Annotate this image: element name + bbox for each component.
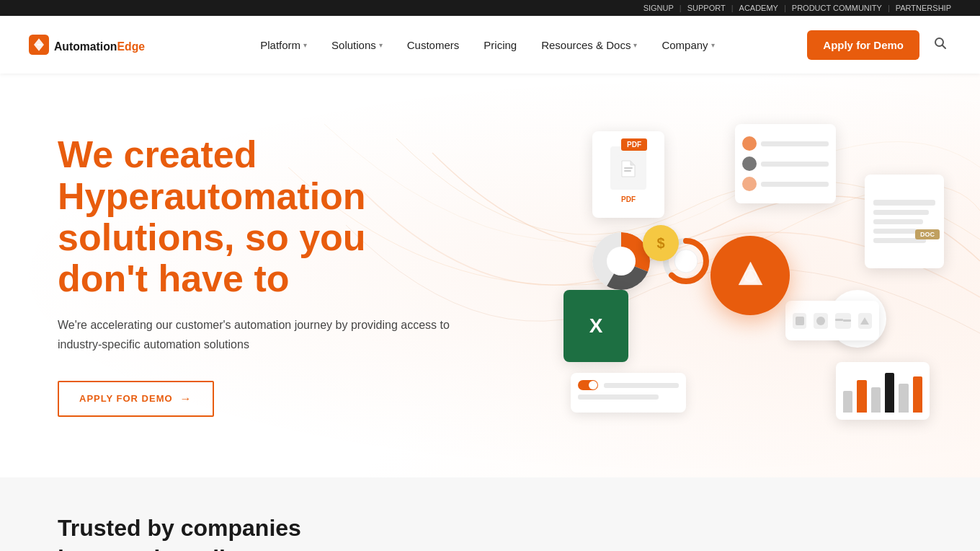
toggle-line-2 (578, 394, 659, 400)
bar-chart-card (836, 362, 930, 420)
search-icon (934, 37, 947, 50)
user-list-card (735, 124, 836, 203)
user-line-3 (761, 182, 829, 187)
user-row-3 (742, 177, 829, 191)
hero-title: We created Hyperautomation solutions, so… (58, 134, 549, 299)
toggle-line-1 (604, 383, 679, 388)
trusted-title: Trusted by companies large and small (58, 513, 922, 551)
user-avatar-3 (742, 177, 757, 191)
grid-icons-card (785, 301, 879, 340)
doc-card: DOC (865, 175, 944, 268)
user-line-2 (761, 162, 829, 167)
grid-icon-1 (793, 313, 806, 329)
search-button[interactable] (930, 32, 951, 58)
doc-line-2 (873, 210, 929, 215)
sep4: | (888, 4, 890, 12)
excel-card: X (564, 290, 628, 362)
nav-link-customers[interactable]: Customers (397, 33, 470, 57)
nav-item-customers[interactable]: Customers (397, 33, 470, 57)
pdf-icon (610, 146, 646, 190)
nav-link-pricing[interactable]: Pricing (473, 33, 527, 57)
grid-icon-2 (814, 313, 827, 329)
pdf-badge: PDF (621, 138, 647, 151)
bar-6 (913, 376, 922, 413)
pie-chart-card (592, 232, 650, 290)
nav-item-company[interactable]: Company ▾ (651, 33, 724, 57)
utility-product-community[interactable]: PRODUCT COMMUNITY (792, 4, 882, 12)
bar-2 (857, 380, 866, 413)
grid-icon-3 (835, 313, 851, 329)
toggle-card (571, 373, 686, 413)
sep1: | (680, 4, 682, 12)
nav-item-solutions[interactable]: Solutions ▾ (321, 33, 393, 57)
svg-line-4 (942, 45, 945, 48)
chevron-down-icon: ▾ (379, 41, 383, 49)
nav-item-pricing[interactable]: Pricing (473, 33, 527, 57)
utility-bar: SIGNUP | SUPPORT | ACADEMY | PRODUCT COM… (0, 0, 980, 16)
hero-subtitle: We're accelerating our customer's automa… (58, 315, 461, 354)
user-row-1 (742, 136, 829, 151)
arrow-right-icon: → (180, 392, 192, 405)
svg-point-9 (607, 247, 636, 276)
svg-text:Automation: Automation (54, 40, 117, 53)
excel-icon: X (589, 314, 603, 338)
utility-signup[interactable]: SIGNUP (643, 4, 674, 12)
logo[interactable]: Automation Edge (29, 30, 168, 60)
pdf-label: PDF (621, 195, 636, 203)
user-line-1 (761, 141, 829, 146)
user-avatar-1 (742, 136, 757, 151)
utility-support[interactable]: SUPPORT (687, 4, 726, 12)
doc-line-1 (873, 200, 935, 206)
bar-4 (885, 373, 894, 413)
svg-point-12 (674, 250, 698, 273)
nav-link-resources[interactable]: Resources & Docs ▾ (531, 33, 647, 57)
brand-icon (731, 256, 770, 296)
doc-line-3 (873, 219, 923, 224)
hero-cta-label: APPLY FOR DEMO (79, 393, 173, 404)
svg-point-13 (744, 270, 756, 281)
chevron-down-icon: ▾ (633, 41, 637, 49)
sep2: | (731, 4, 734, 12)
bar-1 (843, 391, 852, 413)
chevron-down-icon: ▾ (711, 41, 715, 49)
nav-item-platform[interactable]: Platform ▾ (250, 33, 317, 57)
nav-link-solutions[interactable]: Solutions ▾ (321, 33, 393, 57)
doc-line-4 (873, 229, 917, 234)
apply-for-demo-button[interactable]: Apply for Demo (807, 30, 919, 60)
nav-right: Apply for Demo (807, 30, 951, 60)
dollar-icon: $ (656, 235, 664, 252)
illustration-wrapper: PDF PDF (549, 117, 951, 434)
svg-rect-6 (624, 167, 633, 169)
nav-link-company[interactable]: Company ▾ (651, 33, 724, 57)
trusted-section: Trusted by companies large and small (0, 477, 980, 551)
bar-3 (871, 387, 881, 413)
center-brand-logo (710, 236, 790, 315)
nav-link-platform[interactable]: Platform ▾ (250, 33, 317, 57)
svg-text:Edge: Edge (117, 40, 146, 53)
grid-icon-4 (858, 313, 872, 329)
chevron-down-icon: ▾ (303, 41, 307, 49)
nav-item-resources[interactable]: Resources & Docs ▾ (531, 33, 647, 57)
svg-rect-7 (624, 170, 631, 172)
navbar: Automation Edge Platform ▾ Solutions ▾ C… (0, 16, 980, 74)
user-row-2 (742, 157, 829, 171)
bar-5 (899, 384, 908, 413)
sep3: | (784, 4, 786, 12)
dollar-coin: $ (643, 225, 679, 261)
hero-content: We created Hyperautomation solutions, so… (58, 134, 549, 416)
nav-links: Platform ▾ Solutions ▾ Customers Pricing… (250, 33, 724, 57)
doc-badge: DOC (915, 229, 940, 239)
hero-illustration: PDF PDF (549, 117, 951, 434)
utility-partnership[interactable]: PARTNERSHIP (896, 4, 951, 12)
hero-section: We created Hyperautomation solutions, so… (0, 74, 980, 477)
utility-academy[interactable]: ACADEMY (739, 4, 778, 12)
user-avatar-2 (742, 157, 757, 171)
hero-cta-button[interactable]: APPLY FOR DEMO → (58, 381, 214, 417)
